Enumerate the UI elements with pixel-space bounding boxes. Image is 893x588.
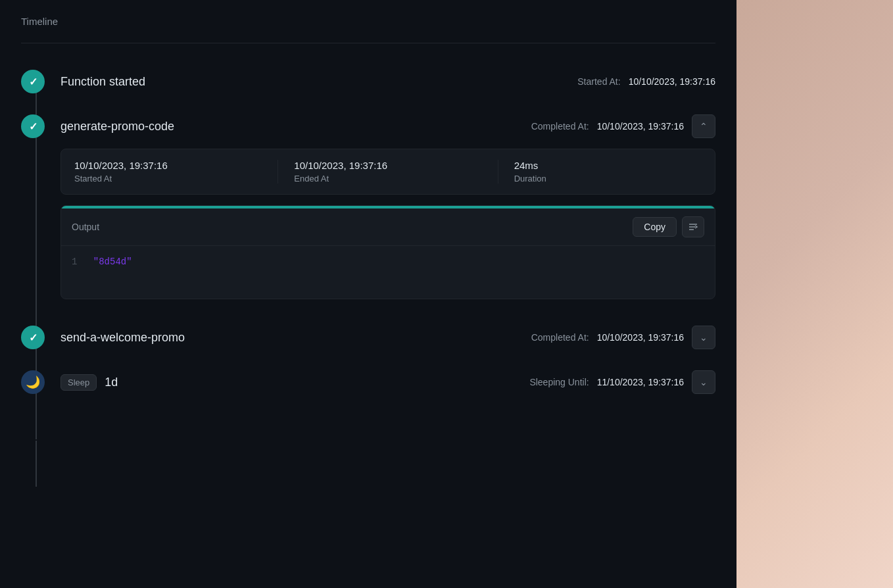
send-welcome-promo-meta-value: 10/10/2023, 19:37:16 (597, 332, 684, 343)
generate-promo-code-meta-value: 10/10/2023, 19:37:16 (597, 121, 684, 132)
timeline-item-generate-promo-code: ✓ generate-promo-code Completed At: 10/1… (21, 104, 715, 315)
side-panel (736, 0, 893, 588)
timeline-row-sleep: 🌙 Sleep 1d Sleeping Until: 11/10/2023, 1… (21, 360, 715, 404)
stat-duration: 24ms Duration (514, 160, 702, 184)
sleep-meta-value: 11/10/2023, 19:37:16 (597, 377, 684, 387)
stat-ended-at: 10/10/2023, 19:37:16 Ended At (294, 160, 498, 184)
expand-sleep-button[interactable]: ⌄ (692, 370, 715, 394)
stat-started-at: 10/10/2023, 19:37:16 Started At (74, 160, 278, 184)
generate-promo-code-meta: Completed At: 10/10/2023, 19:37:16 ⌃ (531, 114, 715, 138)
output-actions: Copy (633, 216, 704, 237)
generate-promo-code-meta-label: Completed At: (531, 121, 589, 132)
expand-send-welcome-promo-button[interactable]: ⌄ (692, 326, 715, 349)
timeline-item-send-welcome-promo: ✓ send-a-welcome-promo Completed At: 10/… (21, 315, 715, 360)
send-welcome-promo-meta: Completed At: 10/10/2023, 19:37:16 ⌄ (531, 326, 715, 349)
moon-icon-sleep: 🌙 (21, 370, 45, 394)
send-welcome-promo-meta-label: Completed At: (531, 332, 589, 343)
stat-duration-label: Duration (514, 174, 702, 184)
stat-started-at-label: Started At (74, 174, 262, 184)
output-body: 1 "8d54d" (61, 246, 715, 299)
output-header: Output Copy (61, 208, 715, 246)
check-icon-function-started: ✓ (21, 70, 45, 93)
function-started-meta-label: Started At: (577, 76, 620, 87)
function-started-meta: Started At: 10/10/2023, 19:37:16 (577, 76, 715, 87)
sleep-meta-label: Sleeping Until: (529, 377, 589, 387)
timeline-row-send-welcome-promo: ✓ send-a-welcome-promo Completed At: 10/… (21, 315, 715, 360)
wrap-icon (688, 222, 698, 232)
check-icon-generate-promo-code: ✓ (21, 114, 45, 138)
function-started-meta-value: 10/10/2023, 19:37:16 (629, 76, 715, 87)
generate-promo-code-content: 10/10/2023, 19:37:16 Started At 10/10/20… (60, 149, 715, 299)
timeline-title: Timeline (21, 16, 715, 27)
sleep-label-group: Sleep 1d (60, 374, 529, 391)
send-welcome-promo-label: send-a-welcome-promo (60, 331, 531, 345)
timeline-item-sleep: 🌙 Sleep 1d Sleeping Until: 11/10/2023, 1… (21, 360, 715, 404)
timeline-item-function-started: ✓ Function started Started At: 10/10/202… (21, 59, 715, 104)
connector-3 (36, 441, 37, 487)
sleep-badge: Sleep (60, 374, 97, 391)
output-label: Output (72, 222, 99, 232)
stat-duration-value: 24ms (514, 160, 702, 171)
function-started-label: Function started (60, 75, 577, 89)
timeline-row-generate-promo-code: ✓ generate-promo-code Completed At: 10/1… (21, 104, 715, 149)
stat-started-at-value: 10/10/2023, 19:37:16 (74, 160, 262, 171)
sleep-duration: 1d (105, 376, 118, 389)
main-panel: Timeline ✓ Function started Started At: … (0, 0, 736, 588)
stats-card: 10/10/2023, 19:37:16 Started At 10/10/20… (60, 149, 715, 195)
generate-promo-code-label: generate-promo-code (60, 120, 531, 134)
check-icon-send-welcome-promo: ✓ (21, 326, 45, 349)
wrap-button[interactable] (682, 216, 704, 237)
sleep-meta: Sleeping Until: 11/10/2023, 19:37:16 ⌄ (529, 370, 715, 394)
collapse-generate-promo-code-button[interactable]: ⌃ (692, 114, 715, 138)
output-card: Output Copy (60, 205, 715, 299)
timeline-row-function-started: ✓ Function started Started At: 10/10/202… (21, 59, 715, 104)
stat-ended-at-label: Ended At (294, 174, 481, 184)
timeline: ✓ Function started Started At: 10/10/202… (21, 59, 715, 404)
copy-button[interactable]: Copy (633, 217, 677, 237)
divider (21, 43, 715, 43)
code-value: "8d54d" (93, 257, 132, 267)
line-number: 1 (72, 257, 77, 267)
stat-ended-at-value: 10/10/2023, 19:37:16 (294, 160, 481, 171)
